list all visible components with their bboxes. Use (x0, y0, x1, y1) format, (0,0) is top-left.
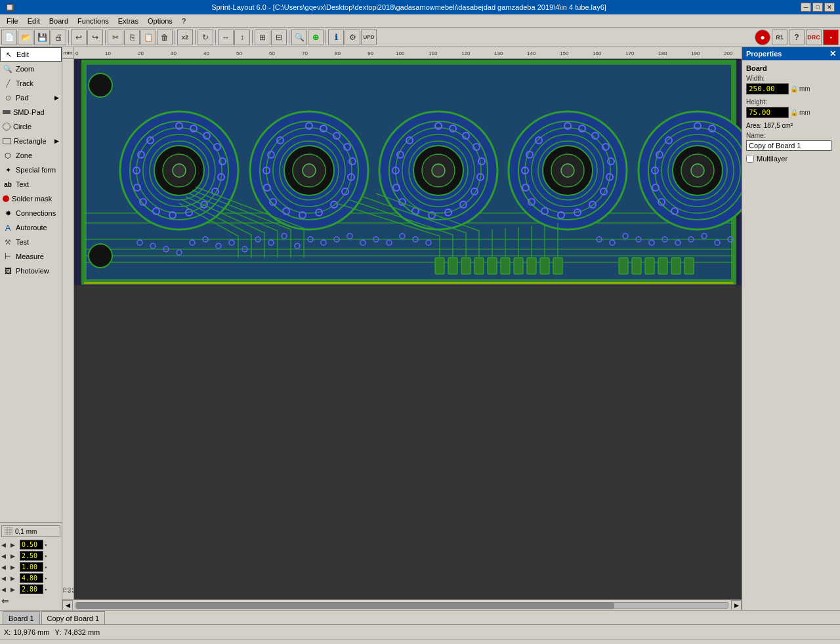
param-value-1[interactable] (20, 540, 43, 550)
group-button[interactable]: ⊞ (255, 30, 270, 45)
ruler-corner: mm (62, 47, 74, 58)
toolbar-sep-7 (289, 30, 289, 45)
tab-board1[interactable]: Board 1 (3, 611, 40, 624)
copy-button[interactable]: ⎘ (124, 30, 140, 45)
bidirectional-arrow-icon: ⇐ (1, 595, 9, 606)
props-height-input[interactable] (746, 107, 789, 118)
rotate-button[interactable]: ↻ (198, 30, 213, 45)
delete-button[interactable]: 🗑 (157, 30, 173, 45)
param-arrow-right-1[interactable]: ▶ (10, 542, 18, 548)
props-name-input[interactable] (746, 140, 831, 151)
component-4 (509, 111, 627, 230)
menu-edit[interactable]: Edit (24, 16, 44, 26)
tool-track[interactable]: ╱ Track (0, 76, 62, 91)
undo-button[interactable]: ↩ (71, 30, 87, 45)
menu-extras[interactable]: Extras (114, 16, 142, 26)
svg-text:180: 180 (658, 50, 667, 56)
menu-board[interactable]: Board (45, 16, 72, 26)
menu-functions[interactable]: Functions (74, 16, 113, 26)
tool-photoview[interactable]: 🖼 Photoview (0, 264, 62, 278)
tool-rectangle[interactable]: Rectangle ▶ (0, 134, 62, 148)
cursor-icon: ↖ (3, 49, 14, 60)
tool-measure[interactable]: ⊢ Measure (0, 249, 62, 264)
tool-edit[interactable]: ↖ Edit (0, 47, 62, 62)
cut-button[interactable]: ✂ (108, 30, 123, 45)
param-arrow-left-2[interactable]: ◀ (1, 553, 9, 559)
scroll-track[interactable] (75, 602, 728, 609)
circle-red-button[interactable]: ● (755, 30, 770, 45)
tool-solder-mask[interactable]: Solder mask (0, 191, 62, 206)
param-arrow-left-4[interactable]: ◀ (1, 575, 9, 582)
open-button[interactable]: 📂 (18, 30, 33, 45)
tool-text[interactable]: ab Text (0, 177, 62, 191)
props-multilayer-checkbox[interactable] (746, 155, 754, 163)
tool-special-form[interactable]: ✦ Special form (0, 163, 62, 177)
param-arrow-right-5[interactable]: ▶ (10, 586, 18, 593)
tool-zone[interactable]: ⬡ Zone (0, 148, 62, 163)
svg-rect-149 (435, 258, 444, 274)
x2-button[interactable]: x2 (177, 30, 193, 45)
scroll-right-button[interactable]: ▶ (731, 600, 742, 611)
titlebar: 🔲 Sprint-Layout 6.0 - [C:\Users\gqevx\De… (0, 0, 840, 14)
svg-point-90 (432, 164, 445, 177)
save-button[interactable]: 💾 (34, 30, 50, 45)
scroll-thumb[interactable] (76, 603, 614, 609)
param-value-3[interactable] (20, 562, 43, 572)
param-value-4[interactable] (20, 573, 43, 583)
info-button[interactable]: ℹ (328, 30, 344, 45)
new-button[interactable]: 📄 (1, 30, 17, 45)
param-arrow-left-5[interactable]: ◀ (1, 586, 9, 593)
param-arrow-left-3[interactable]: ◀ (1, 564, 9, 571)
r1-button[interactable]: R1 (772, 30, 788, 45)
tool-circle[interactable]: Circle (0, 119, 62, 134)
zoom-area-button[interactable]: ⊕ (308, 30, 324, 45)
properties-close-button[interactable]: ✕ (830, 49, 836, 58)
param-arrow-right-3[interactable]: ▶ (10, 564, 18, 571)
drc-button[interactable]: DRC (806, 30, 822, 45)
paste-button[interactable]: 📋 (140, 30, 156, 45)
titlebar-icon: 🔲 (5, 3, 14, 12)
update-button[interactable]: UPD (361, 30, 377, 45)
menu-options[interactable]: Options (144, 16, 177, 26)
scroll-left-button[interactable]: ◀ (62, 600, 73, 611)
minimize-button[interactable]: ─ (801, 3, 811, 12)
zoom-in-button[interactable]: 🔍 (291, 30, 307, 45)
grid-value: 0,1 mm (15, 528, 37, 535)
redo-button[interactable]: ↪ (87, 30, 103, 45)
help-icon-button[interactable]: ? (789, 30, 805, 45)
tool-test[interactable]: ⚒ Test (0, 235, 62, 249)
props-width-input[interactable] (746, 83, 789, 94)
y-coord: Y: 74,832 mm (54, 628, 100, 636)
param-arrow-right-4[interactable]: ▶ (10, 575, 18, 582)
param-extra-3: ▪ (45, 564, 47, 571)
extra-button[interactable]: ▪ (823, 30, 839, 45)
maximize-button[interactable]: □ (812, 3, 823, 12)
tool-pad[interactable]: ⊙ Pad ▶ (0, 91, 62, 105)
menu-help[interactable]: ? (178, 16, 190, 26)
print-button[interactable]: 🖨 (51, 30, 66, 45)
param-value-5[interactable] (20, 584, 43, 594)
tool-smd-pad[interactable]: SMD-Pad (0, 105, 62, 119)
svg-rect-150 (448, 258, 457, 274)
param-arrow-left-1[interactable]: ◀ (1, 542, 9, 548)
tab-copy-board1[interactable]: Copy of Board 1 (41, 611, 106, 624)
param-value-2[interactable] (20, 551, 43, 561)
svg-text:80: 80 (335, 50, 341, 56)
tool-connections[interactable]: ✸ Connections (0, 206, 62, 220)
toolbar-sep-1 (68, 30, 69, 45)
cross-target-icon[interactable]: ✛ (238, 642, 247, 645)
tool-autoroute[interactable]: A Autoroute (0, 220, 62, 235)
mirror-h-button[interactable]: ↔ (218, 30, 234, 45)
ungroup-button[interactable]: ⊟ (271, 30, 287, 45)
props-width-label: Width: (746, 75, 836, 82)
tool-zoom[interactable]: 🔍 Zoom (0, 62, 62, 76)
mirror-v-button[interactable]: ↕ (234, 30, 250, 45)
menu-file[interactable]: File (3, 16, 22, 26)
close-button[interactable]: ✕ (824, 3, 835, 12)
pcb-canvas[interactable] (74, 59, 742, 599)
rectangle-icon (3, 138, 11, 144)
props-width-row: Width: 🔒 mm (746, 75, 836, 94)
gear-button[interactable]: ⚙ (345, 30, 360, 45)
param-arrow-right-2[interactable]: ▶ (10, 553, 18, 559)
tabbar: Board 1 Copy of Board 1 (0, 610, 840, 624)
